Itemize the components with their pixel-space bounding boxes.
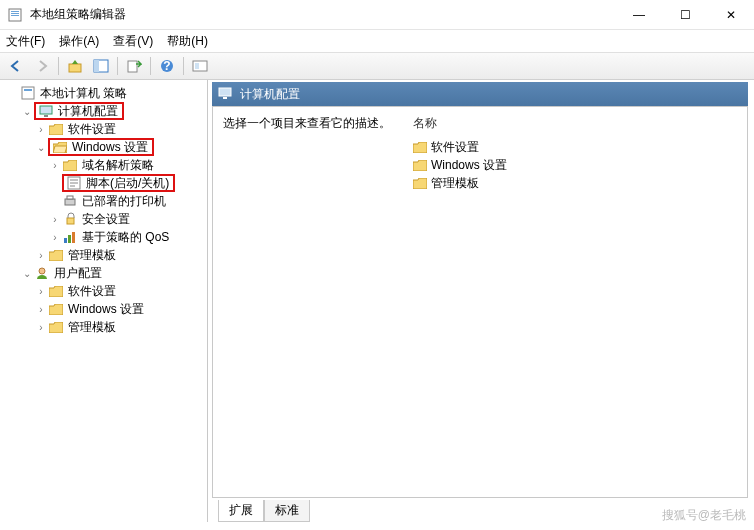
folder-icon	[413, 142, 427, 153]
up-button[interactable]	[63, 55, 87, 77]
tab-standard[interactable]: 标准	[264, 500, 310, 522]
menu-file[interactable]: 文件(F)	[6, 33, 45, 50]
expand-icon[interactable]: ›	[48, 232, 62, 243]
svg-rect-4	[69, 64, 81, 72]
tree-windows-settings[interactable]: ⌄ Windows 设置	[2, 138, 205, 156]
expand-icon[interactable]: ›	[34, 304, 48, 315]
content-area: 本地计算机 策略 ⌄ 计算机配置 › 软件设置 ⌄ Windows 设置 › 域…	[0, 80, 754, 522]
toolbar-separator	[58, 57, 59, 75]
collapse-icon[interactable]: ⌄	[20, 268, 34, 279]
help-button[interactable]: ?	[155, 55, 179, 77]
folder-icon	[48, 283, 64, 299]
detail-pane: 计算机配置 选择一个项目来查看它的描述。 名称 软件设置 Windows 设置 …	[208, 80, 754, 522]
folder-icon	[413, 160, 427, 171]
app-icon	[8, 7, 24, 23]
column-header-name[interactable]: 名称	[413, 115, 737, 132]
window-title: 本地组策略编辑器	[30, 6, 616, 23]
tree-computer-config[interactable]: ⌄ 计算机配置	[2, 102, 205, 120]
description-text: 选择一个项目来查看它的描述。	[223, 115, 413, 132]
svg-rect-11	[195, 63, 199, 69]
toolbar-separator	[183, 57, 184, 75]
menu-help[interactable]: 帮助(H)	[167, 33, 208, 50]
tab-extended[interactable]: 扩展	[218, 500, 264, 522]
tree-pane[interactable]: 本地计算机 策略 ⌄ 计算机配置 › 软件设置 ⌄ Windows 设置 › 域…	[0, 80, 208, 522]
svg-rect-13	[24, 89, 32, 91]
svg-rect-3	[11, 15, 19, 16]
show-hide-tree-button[interactable]	[89, 55, 113, 77]
folder-icon	[413, 178, 427, 189]
svg-rect-20	[64, 238, 67, 243]
toolbar-separator	[117, 57, 118, 75]
expand-icon[interactable]: ›	[34, 286, 48, 297]
minimize-button[interactable]: —	[616, 0, 662, 30]
collapse-icon[interactable]: ⌄	[20, 106, 34, 117]
svg-rect-15	[44, 115, 48, 117]
tree-user-admin[interactable]: › 管理模板	[2, 318, 205, 336]
script-icon	[66, 175, 82, 191]
svg-rect-12	[22, 87, 34, 99]
expand-icon[interactable]: ›	[34, 322, 48, 333]
tree-user-windows[interactable]: › Windows 设置	[2, 300, 205, 318]
detail-title: 计算机配置	[240, 86, 300, 103]
svg-rect-2	[11, 13, 19, 14]
watermark: 搜狐号@老毛桃	[662, 507, 746, 524]
folder-icon	[48, 301, 64, 317]
svg-rect-21	[68, 235, 71, 243]
expand-icon[interactable]: ›	[34, 250, 48, 261]
folder-icon	[48, 121, 64, 137]
qos-icon	[62, 229, 78, 245]
tree-security[interactable]: › 安全设置	[2, 210, 205, 228]
toolbar: ?	[0, 52, 754, 80]
back-button[interactable]	[4, 55, 28, 77]
forward-button	[30, 55, 54, 77]
svg-rect-24	[219, 88, 231, 96]
tree-qos[interactable]: › 基于策略的 QoS	[2, 228, 205, 246]
svg-rect-17	[65, 199, 75, 205]
folder-icon	[62, 157, 78, 173]
detail-body: 选择一个项目来查看它的描述。 名称 软件设置 Windows 设置 管理模板	[212, 106, 748, 498]
svg-rect-18	[67, 196, 73, 199]
computer-icon	[38, 103, 54, 119]
tree-user-software[interactable]: › 软件设置	[2, 282, 205, 300]
svg-rect-22	[72, 232, 75, 243]
tree-admin-templates[interactable]: › 管理模板	[2, 246, 205, 264]
titlebar: 本地组策略编辑器 — ☐ ✕	[0, 0, 754, 30]
expand-icon[interactable]: ›	[48, 214, 62, 225]
menu-view[interactable]: 查看(V)	[113, 33, 153, 50]
tree-deployed-printers[interactable]: 已部署的打印机	[2, 192, 205, 210]
expand-icon[interactable]: ›	[34, 124, 48, 135]
svg-text:?: ?	[163, 59, 170, 73]
list-column: 名称 软件设置 Windows 设置 管理模板	[413, 115, 737, 489]
tree-root[interactable]: 本地计算机 策略	[2, 84, 205, 102]
menubar: 文件(F) 操作(A) 查看(V) 帮助(H)	[0, 30, 754, 52]
tree-user-config[interactable]: ⌄ 用户配置	[2, 264, 205, 282]
tree-software-settings[interactable]: › 软件设置	[2, 120, 205, 138]
svg-rect-14	[40, 106, 52, 114]
svg-rect-19	[67, 218, 74, 224]
expand-icon[interactable]	[6, 88, 20, 99]
detail-header: 计算机配置	[212, 82, 748, 106]
tree-scripts[interactable]: 脚本(启动/关机)	[2, 174, 205, 192]
computer-icon	[218, 86, 234, 102]
toolbar-separator	[150, 57, 151, 75]
menu-action[interactable]: 操作(A)	[59, 33, 99, 50]
svg-rect-1	[11, 11, 19, 12]
policy-icon	[20, 85, 36, 101]
expand-icon[interactable]: ›	[48, 160, 62, 171]
collapse-icon[interactable]: ⌄	[34, 142, 48, 153]
security-icon	[62, 211, 78, 227]
filter-button[interactable]	[188, 55, 212, 77]
folder-icon	[48, 247, 64, 263]
list-item[interactable]: 管理模板	[413, 174, 737, 192]
tree-dns-policy[interactable]: › 域名解析策略	[2, 156, 205, 174]
list-item[interactable]: Windows 设置	[413, 156, 737, 174]
description-column: 选择一个项目来查看它的描述。	[223, 115, 413, 489]
maximize-button[interactable]: ☐	[662, 0, 708, 30]
svg-point-23	[39, 268, 45, 274]
svg-rect-6	[94, 60, 99, 72]
folder-open-icon	[52, 139, 68, 155]
close-button[interactable]: ✕	[708, 0, 754, 30]
list-item[interactable]: 软件设置	[413, 138, 737, 156]
printer-icon	[62, 193, 78, 209]
export-button[interactable]	[122, 55, 146, 77]
